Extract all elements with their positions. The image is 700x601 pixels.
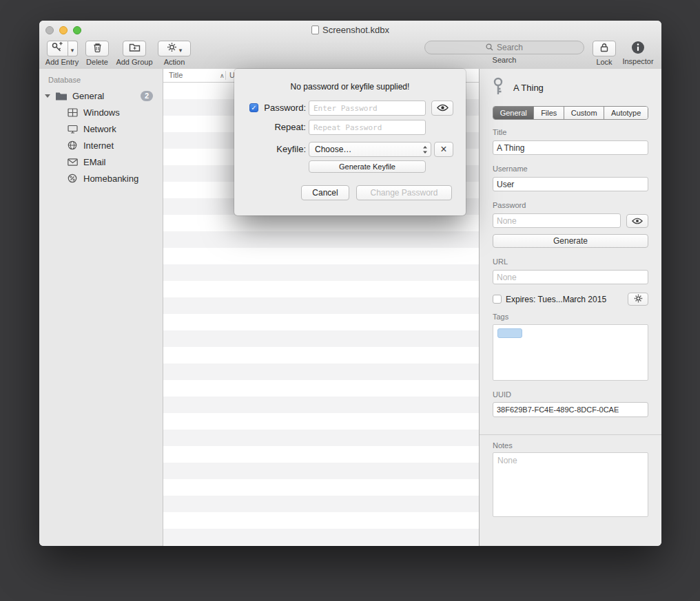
sidebar-section-header: Database bbox=[48, 76, 163, 84]
notes-field[interactable] bbox=[493, 452, 648, 517]
add-entry-group: Add Entry bbox=[44, 39, 80, 66]
tab-general[interactable]: General bbox=[493, 107, 533, 119]
keyfile-popup-value: Choose… bbox=[315, 145, 351, 154]
notes-label: Notes bbox=[493, 441, 648, 450]
expires-options-button[interactable] bbox=[628, 293, 648, 306]
entry-header: A Thing bbox=[493, 78, 648, 97]
key-plus-icon bbox=[51, 41, 63, 56]
eye-icon bbox=[632, 215, 643, 227]
search-icon bbox=[486, 41, 493, 54]
inspector-caption: Inspector bbox=[622, 58, 653, 65]
inspector-tabs: General Files Custom Autotype bbox=[493, 106, 648, 120]
envelope-icon bbox=[66, 158, 79, 166]
column-header-title[interactable]: Title bbox=[169, 71, 183, 79]
popup-stepper-icon bbox=[422, 145, 428, 154]
dialog-repeat-field[interactable] bbox=[309, 120, 426, 135]
toolbar: Add Entry Delete Add Group bbox=[39, 39, 661, 69]
action-button[interactable] bbox=[158, 41, 191, 56]
network-icon bbox=[66, 125, 79, 134]
search-input[interactable]: Search bbox=[424, 41, 584, 54]
title-label: Title bbox=[493, 128, 648, 136]
inspector-divider bbox=[480, 434, 661, 435]
sidebar-item-internet[interactable]: Internet bbox=[39, 137, 163, 154]
clear-keyfile-button[interactable] bbox=[434, 142, 453, 157]
tags-field[interactable] bbox=[493, 324, 648, 381]
url-field[interactable] bbox=[493, 270, 648, 284]
column-divider[interactable] bbox=[225, 71, 226, 80]
lock-group: Lock bbox=[591, 39, 617, 66]
generate-button[interactable]: Generate bbox=[493, 234, 648, 248]
tag-chip[interactable] bbox=[497, 328, 522, 338]
sidebar-item-label: Internet bbox=[83, 140, 114, 151]
sidebar-item-network[interactable]: Network bbox=[39, 120, 163, 137]
folder-plus-icon bbox=[129, 43, 141, 55]
generate-keyfile-button[interactable]: Generate Keyfile bbox=[309, 160, 426, 173]
sort-ascending-icon bbox=[220, 72, 225, 79]
document-icon bbox=[311, 25, 319, 34]
inspector-button[interactable] bbox=[631, 41, 646, 56]
expires-checkbox[interactable] bbox=[493, 295, 502, 304]
sidebar: Database General 2 Windows bbox=[39, 69, 163, 546]
title-field[interactable] bbox=[493, 140, 648, 155]
change-password-button[interactable]: Change Password bbox=[356, 185, 452, 200]
password-row bbox=[493, 213, 648, 228]
eye-icon bbox=[437, 102, 449, 114]
window-title-area: Screenshot.kdbx bbox=[39, 21, 661, 39]
dialog-keyfile-label: Keyfile: bbox=[255, 142, 306, 157]
tags-label: Tags bbox=[493, 313, 648, 321]
search-placeholder: Search bbox=[497, 43, 523, 52]
inspector-group: Inspector bbox=[620, 39, 656, 65]
password-label: Password bbox=[493, 201, 648, 209]
lock-button[interactable] bbox=[593, 41, 616, 56]
delete-caption: Delete bbox=[86, 59, 108, 66]
sidebar-item-email[interactable]: EMail bbox=[39, 154, 163, 170]
sidebar-group-general[interactable]: General 2 bbox=[39, 87, 163, 104]
gear-icon bbox=[634, 293, 643, 306]
add-entry-caption: Add Entry bbox=[45, 59, 79, 66]
trash-icon bbox=[92, 42, 103, 56]
titlebar[interactable]: Screenshot.kdbx bbox=[39, 21, 661, 39]
sidebar-item-label: Network bbox=[83, 124, 116, 134]
window-title: Screenshot.kdbx bbox=[322, 25, 389, 35]
delete-group: Delete bbox=[83, 39, 111, 66]
folder-icon bbox=[55, 92, 68, 101]
lock-icon bbox=[600, 43, 608, 55]
tab-autotype[interactable]: Autotype bbox=[604, 107, 648, 119]
add-group-button[interactable] bbox=[123, 41, 146, 56]
delete-button[interactable] bbox=[85, 41, 109, 56]
url-label: URL bbox=[493, 257, 648, 266]
dialog-message: No password or keyfile supplied! bbox=[234, 82, 466, 92]
inspector-panel: A Thing General Files Custom Autotype Ti… bbox=[479, 69, 661, 546]
sidebar-item-homebanking[interactable]: Homebanking bbox=[39, 170, 163, 187]
windows-icon bbox=[66, 108, 79, 117]
sidebar-item-windows[interactable]: Windows bbox=[39, 104, 163, 120]
add-entry-button[interactable] bbox=[47, 41, 68, 56]
cancel-button[interactable]: Cancel bbox=[301, 185, 349, 200]
add-group-caption: Add Group bbox=[116, 59, 152, 66]
sidebar-item-label: Homebanking bbox=[83, 173, 138, 184]
keyfile-popup[interactable]: Choose… bbox=[309, 142, 431, 157]
password-field[interactable] bbox=[493, 213, 621, 228]
gear-icon bbox=[167, 42, 177, 55]
add-entry-menu-button[interactable] bbox=[68, 41, 78, 56]
dialog-reveal-password-button[interactable] bbox=[431, 101, 453, 116]
search-group: Search Search bbox=[424, 39, 584, 64]
reveal-password-button[interactable] bbox=[626, 214, 648, 228]
tab-files[interactable]: Files bbox=[533, 107, 564, 119]
username-field[interactable] bbox=[493, 177, 648, 191]
uuid-field[interactable] bbox=[493, 402, 648, 417]
dialog-password-label: Password: bbox=[255, 101, 306, 116]
dialog-repeat-label: Repeat: bbox=[255, 120, 306, 135]
sidebar-group-label: General bbox=[72, 91, 104, 101]
dialog-password-field[interactable] bbox=[309, 101, 426, 116]
username-label: Username bbox=[493, 165, 648, 173]
group-count-badge: 2 bbox=[141, 91, 153, 101]
action-caption: Action bbox=[164, 59, 185, 66]
change-password-dialog: No password or keyfile supplied! Passwor… bbox=[234, 69, 466, 215]
uuid-label: UUID bbox=[493, 390, 648, 399]
tab-custom[interactable]: Custom bbox=[564, 107, 604, 119]
sidebar-item-label: Windows bbox=[83, 107, 120, 118]
key-icon bbox=[493, 77, 504, 98]
action-group: Action bbox=[157, 39, 192, 66]
disclosure-triangle-icon[interactable] bbox=[45, 94, 50, 98]
